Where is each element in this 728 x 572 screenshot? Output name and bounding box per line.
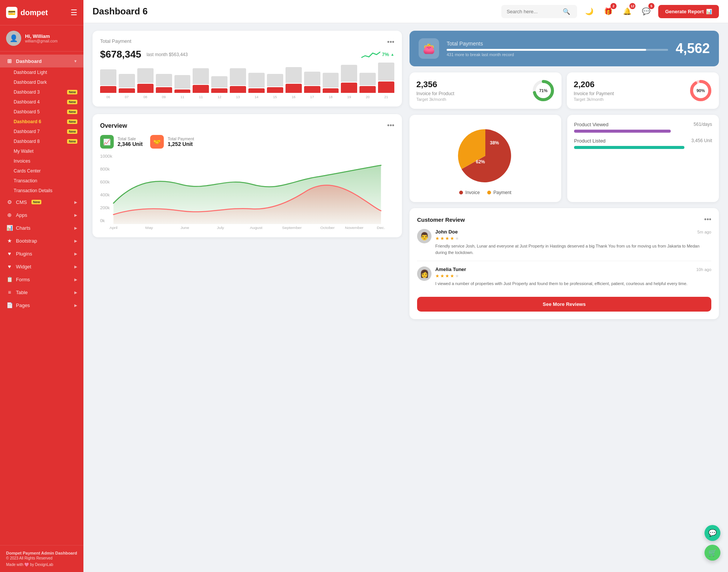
blue-card-subtitle: 431 more to break last month record (447, 52, 668, 57)
review-time-2: 10h ago (696, 267, 711, 272)
sidebar-item-dashboard-3[interactable]: Dashboard 3 New (8, 87, 83, 97)
search-box[interactable]: 🔍 (501, 5, 577, 18)
bar-group: 11 (193, 68, 209, 99)
sidebar-item-dashboard-7[interactable]: Dashboard 7 New (8, 127, 83, 136)
product-viewed-bar (574, 130, 671, 133)
sidebar-item-forms[interactable]: 📋 Forms ▶ (0, 273, 83, 286)
sidebar-item-cards-center[interactable]: Cards Center (8, 166, 83, 176)
sidebar-item-dashboard-8[interactable]: Dashboard 8 New (8, 136, 83, 146)
sidebar-item-charts[interactable]: 📊 Charts ▶ (0, 221, 83, 234)
sidebar-item-cms[interactable]: ⚙ CMS New ▶ (0, 196, 83, 208)
product-listed-value: 3,456 Unit (691, 138, 712, 144)
review-avatar-1: 👨 (417, 229, 431, 243)
generate-report-button[interactable]: Generate Report 📊 (658, 5, 719, 18)
review-title: Customer Review (417, 216, 465, 223)
chart-bar-icon: 📊 (706, 9, 712, 14)
invoice-payment-target: Target 3k/month (574, 97, 683, 102)
search-input[interactable] (507, 9, 560, 14)
sidebar-item-dashboard-5[interactable]: Dashboard 5 New (8, 107, 83, 117)
sidebar-item-plugins[interactable]: ♥ Plugins ▶ (0, 247, 83, 260)
gift-icon: 🎁 (604, 7, 612, 16)
svg-text:400k: 400k (100, 193, 110, 197)
sidebar-item-invoices[interactable]: Invoices (8, 156, 83, 166)
trend-pct: 7% (382, 52, 389, 57)
fab-cart[interactable]: 🛒 (704, 545, 720, 561)
sidebar-item-bootstrap[interactable]: ★ Bootstrap ▶ (0, 234, 83, 247)
product-viewed-header: Product Viewed 561/days (574, 122, 712, 127)
payment-value: 1,252 Unit (168, 141, 194, 147)
wallet-icon: 👛 (419, 38, 439, 59)
chat-btn[interactable]: 💬 5 (639, 5, 653, 18)
label: Dashboard 8 (14, 139, 40, 144)
overview-menu[interactable]: ••• (387, 122, 394, 130)
overview-card: Overview ••• 📈 Total Sale 2,346 Unit (93, 114, 402, 237)
sidebar-item-dashboard[interactable]: ⊞ Dashboard ▼ (0, 55, 83, 67)
product-stats-card: Product Viewed 561/days Product Listed 3… (567, 115, 719, 202)
plugins-icon: ♥ (6, 250, 13, 257)
svg-text:800k: 800k (100, 167, 110, 171)
table-icon: ≡ (6, 289, 13, 296)
sidebar-item-pages[interactable]: 📄 Pages ▶ (0, 299, 83, 312)
review-menu[interactable]: ••• (704, 216, 711, 224)
hamburger-icon[interactable]: ☰ (71, 8, 77, 17)
star-5: ★ (455, 236, 459, 241)
fab-support[interactable]: 💬 (704, 525, 720, 541)
svg-text:38%: 38% (490, 140, 499, 146)
bar-group: 09 (156, 74, 172, 99)
label: Dashboard 5 (14, 109, 40, 114)
blue-card-progress-fill (447, 49, 646, 51)
star-4: ★ (450, 236, 454, 241)
pie-chart-card: 62% 38% Invoice Payment (410, 115, 561, 202)
see-more-reviews-button[interactable]: See More Reviews (417, 297, 711, 312)
invoice-product-value: 2,356 (416, 80, 526, 89)
theme-toggle[interactable]: 🌙 (582, 5, 596, 18)
pie-stats-row: 62% 38% Invoice Payment (410, 115, 719, 202)
main: Dashboard 6 🔍 🌙 🎁 2 🔔 12 💬 5 Gen (83, 0, 728, 572)
payment-info: Total Payment 1,252 Unit (168, 136, 194, 147)
invoice-legend: Invoice (459, 190, 480, 195)
bell-btn[interactable]: 🔔 12 (620, 5, 634, 18)
blue-card-value: 4,562 (676, 41, 710, 56)
invoice-legend-label: Invoice (465, 190, 480, 195)
charts-icon: 📊 (6, 224, 13, 231)
gift-btn[interactable]: 🎁 2 (601, 5, 615, 18)
bar-group: 08 (137, 68, 154, 99)
logo: 💳 dompet (6, 7, 48, 18)
svg-text:Dec.: Dec. (377, 226, 385, 230)
sidebar-item-transaction-details[interactable]: Transaction Details (8, 186, 83, 196)
bar-group: 06 (100, 69, 116, 99)
sidebar-item-apps[interactable]: ⊕ Apps ▶ (0, 208, 83, 221)
sidebar-item-my-wallet[interactable]: My Wallet (8, 146, 83, 156)
sidebar-item-table[interactable]: ≡ Table ▶ (0, 286, 83, 299)
sidebar-item-dashboard-4[interactable]: Dashboard 4 New (8, 97, 83, 107)
left-column: Total Payment ••• $678,345 last month $5… (93, 31, 402, 319)
widget-icon: ♥ (6, 263, 13, 270)
tp-amount: $678,345 (100, 49, 141, 60)
blue-card-info: Total Payments 431 more to break last mo… (447, 41, 668, 57)
sidebar-item-dashboard-dark[interactable]: Dashboard Dark (8, 77, 83, 87)
product-viewed-label: Product Viewed (574, 122, 609, 127)
tp-last-month: last month $563,443 (146, 52, 188, 57)
bootstrap-arrow: ▶ (74, 239, 77, 243)
invoice-product-label: Invoice for Product (416, 91, 526, 96)
label: Dashboard Light (14, 70, 47, 75)
sidebar-item-dashboard-6[interactable]: Dashboard 6 New (8, 117, 83, 127)
sidebar-item-widget[interactable]: ♥ Widget ▶ (0, 260, 83, 273)
star-1: ★ (435, 236, 439, 241)
content-grid: Total Payment ••• $678,345 last month $5… (93, 31, 719, 319)
sidebar-item-transaction[interactable]: Transaction (8, 176, 83, 186)
table-arrow: ▶ (74, 290, 77, 295)
overview-area-chart: 1000k 800k 600k 400k 200k 0k (100, 154, 394, 230)
bar-group: 20 (359, 73, 376, 99)
sidebar-item-dashboard-light[interactable]: Dashboard Light (8, 67, 83, 77)
label: Plugins (16, 251, 32, 257)
bar-group: 16 (286, 67, 302, 99)
see-more-label: See More Reviews (543, 301, 585, 307)
review-name-row-2: Amelia Tuner 10h ago (435, 266, 711, 272)
svg-text:200k: 200k (100, 206, 110, 210)
tp-trend: 7% ▲ (361, 50, 394, 59)
tp-menu[interactable]: ••• (387, 38, 394, 46)
cms-badge: New (31, 200, 42, 204)
svg-text:April: April (110, 226, 118, 230)
svg-text:600k: 600k (100, 180, 110, 184)
